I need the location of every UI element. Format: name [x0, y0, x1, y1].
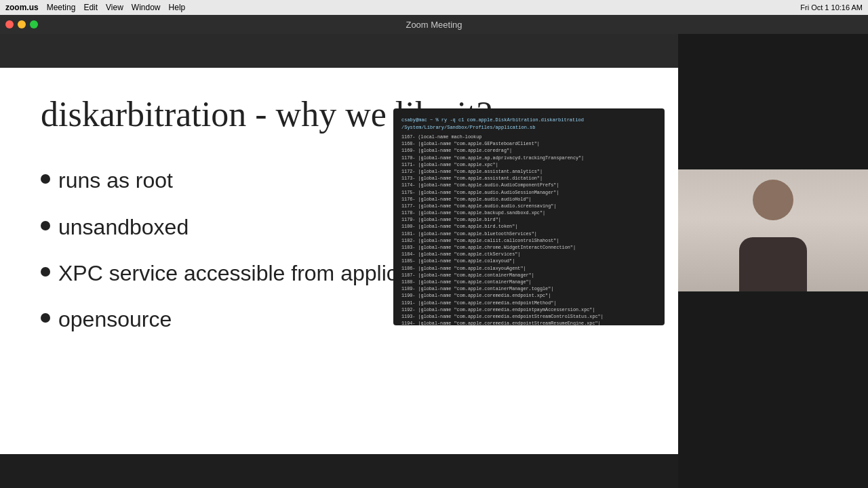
slide-content: diskarbitration - why we like it? runs a… — [0, 68, 678, 454]
close-button[interactable] — [5, 20, 14, 28]
code-line: 1175- |global-name "com.apple.audio.Audi… — [401, 189, 656, 196]
code-line: 1182- |global-name "com.apple.caliit.cal… — [401, 237, 656, 244]
code-lines: 1167- (local-name mach-lookup1168- |glob… — [401, 134, 656, 325]
bullet-text-4: opensource — [58, 306, 172, 332]
menu-help[interactable]: Help — [169, 3, 186, 12]
menubar-right: Fri Oct 1 10:16 AM — [800, 3, 863, 12]
app-logo[interactable]: zoom.us — [5, 3, 39, 12]
person-background — [678, 169, 868, 291]
menubar: zoom.us Meeting Edit View Window Help Fr… — [0, 0, 868, 15]
traffic-lights — [5, 20, 38, 28]
code-line: 1179- |global-name "com.apple.bird"| — [401, 216, 656, 223]
code-line: 1184- |global-name "com.apple.ctkService… — [401, 251, 656, 258]
slide-bottom — [0, 454, 678, 488]
code-line: 1187- |global-name "com.apple.containerM… — [401, 272, 656, 279]
code-line: 1176- |global-name "com.apple.audio.audi… — [401, 196, 656, 203]
video-feed — [678, 169, 868, 291]
code-line: 1180- |global-name "com.apple.bird.token… — [401, 223, 656, 230]
code-line: 1170- |global-name "com.apple.ap.adpriva… — [401, 155, 656, 161]
bullet-icon — [41, 313, 50, 323]
main-area: diskarbitration - why we like it? runs a… — [0, 34, 868, 488]
code-line: 1177- |global-name "com.apple.audio.audi… — [401, 203, 656, 209]
code-line: 1186- |global-name "com.apple.colaxyouAg… — [401, 265, 656, 272]
code-line: 1173- |global-name "com.apple.assistant.… — [401, 175, 656, 182]
code-line: 1169- |global-name "com.apple.coredrag"| — [401, 147, 656, 154]
bullet-icon — [41, 267, 50, 277]
system-time: Fri Oct 1 10:16 AM — [800, 3, 863, 12]
bullet-icon — [41, 174, 50, 184]
code-line: 1168- |global-name "com.apple.GEPasteboa… — [401, 140, 656, 147]
code-line: 1193- |global-name "com.apple.coremedia.… — [401, 313, 656, 320]
code-line: 1178- |global-name "com.apple.backupd.sa… — [401, 209, 656, 216]
code-line: 1171- |global-name "com.apple.xpc"| — [401, 161, 656, 168]
code-line: 1192- |global-name "com.apple.coremedia.… — [401, 306, 656, 313]
bullet-icon — [41, 221, 50, 230]
video-panel — [678, 34, 868, 488]
minimize-button[interactable] — [18, 20, 26, 28]
maximize-button[interactable] — [30, 20, 38, 28]
code-header: csaby@mac ~ % ry -q c1 com.apple.DiskArb… — [401, 117, 656, 131]
code-line: 1190- |global-name "com.apple.coremedia.… — [401, 292, 656, 299]
window-title: Zoom Meeting — [406, 20, 462, 30]
titlebar: Zoom Meeting — [0, 15, 868, 34]
code-line: 1167- (local-name mach-lookup — [401, 134, 656, 140]
slide-top-bar — [0, 34, 678, 68]
slide-inner: diskarbitration - why we like it? runs a… — [0, 68, 678, 454]
slide-container: diskarbitration - why we like it? runs a… — [0, 34, 678, 488]
bullet-text-1: runs as root — [58, 167, 173, 193]
menu-view[interactable]: View — [106, 3, 123, 12]
menubar-left: zoom.us Meeting Edit View Window Help — [5, 3, 185, 12]
code-line: 1183- |global-name "com.apple.chrome.Wid… — [401, 244, 656, 251]
code-line: 1181- |global-name "com.apple.bluetoothS… — [401, 230, 656, 237]
code-line: 1185- |global-name "com.apple.colaxyoud"… — [401, 258, 656, 264]
code-block: csaby@mac ~ % ry -q c1 com.apple.DiskArb… — [393, 108, 665, 325]
menu-window[interactable]: Window — [132, 3, 161, 12]
person-body — [739, 237, 807, 291]
menu-meeting[interactable]: Meeting — [47, 3, 76, 12]
person-head — [753, 180, 793, 220]
code-line: 1188- |global-name "com.apple.containerM… — [401, 279, 656, 285]
code-line: 1174- |global-name "com.apple.audio.Audi… — [401, 182, 656, 188]
code-line: 1189- |global-name "com.apple.containerM… — [401, 285, 656, 292]
code-line: 1172- |global-name "com.apple.assistant.… — [401, 168, 656, 175]
menu-edit[interactable]: Edit — [83, 3, 98, 12]
code-line: 1194- |global-name "com.apple.coremedia.… — [401, 320, 656, 325]
bullet-text-2: unsandboxed — [58, 214, 189, 240]
code-line: 1191- |global-name "com.apple.coremedia.… — [401, 300, 656, 306]
